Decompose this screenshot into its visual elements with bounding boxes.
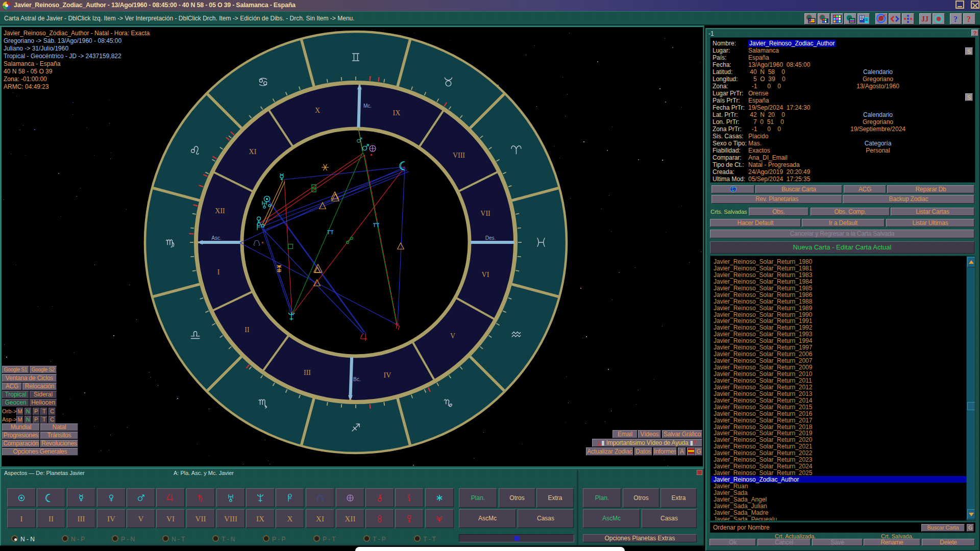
svg-text:JJ: JJ [921, 15, 928, 23]
svg-text:VIII: VIII [453, 152, 465, 159]
svg-text:I: I [217, 268, 220, 276]
svg-text:V: V [450, 332, 455, 340]
svg-text:II: II [244, 326, 250, 334]
svg-text:XI: XI [249, 148, 257, 156]
svg-text:III: III [304, 369, 311, 377]
svg-text:?: ? [967, 15, 971, 23]
svg-text:X: X [315, 107, 320, 114]
svg-text:IV: IV [384, 371, 391, 379]
svg-text:?: ? [953, 15, 958, 23]
svg-text:VII: VII [480, 210, 491, 217]
svg-text:Asc.: Asc. [211, 235, 221, 241]
svg-text:Mc.: Mc. [363, 103, 372, 109]
svg-text:XII: XII [215, 207, 225, 215]
svg-text:VI: VI [482, 271, 489, 279]
svg-text:Des.: Des. [485, 235, 496, 241]
svg-text:IX: IX [393, 109, 401, 117]
svg-text:Bc.: Bc. [353, 377, 360, 382]
